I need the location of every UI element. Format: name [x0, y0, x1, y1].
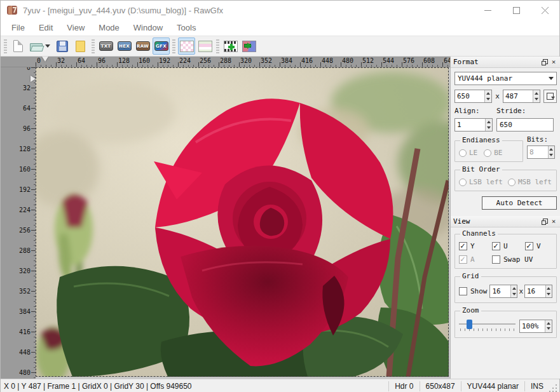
menu-mode[interactable]: Mode [92, 21, 126, 34]
cursor-position-status: X 0 | Y 487 | Frame 1 | GridX 0 | GridY … [1, 382, 388, 391]
grid-group: Grid Show x [454, 276, 557, 303]
radio-icon [459, 149, 467, 157]
toolbar-drag-handle[interactable] [4, 39, 7, 53]
align-up-icon[interactable] [486, 119, 492, 125]
endianess-le-radio[interactable]: LE [459, 149, 477, 157]
vertical-ruler[interactable]: 0326496128160192224256288320352384416448… [1, 67, 36, 379]
height-up-icon[interactable] [533, 90, 540, 97]
stripes-icon [198, 41, 212, 52]
grid-w-down-icon[interactable] [511, 292, 517, 298]
zoom-slider[interactable] [459, 319, 516, 333]
channel-v-checkbox[interactable]: V [525, 242, 541, 250]
vertical-ruler-marker-icon[interactable] [31, 76, 36, 82]
bits-up-icon[interactable] [549, 146, 554, 152]
horizontal-ruler-marker-icon[interactable] [42, 57, 48, 62]
bits-down-icon[interactable] [549, 152, 554, 159]
h-ruler-label: 512 [362, 57, 374, 64]
channel-y-checkbox[interactable]: Y [459, 242, 492, 250]
grid-height-spinner[interactable] [524, 285, 552, 298]
image-canvas[interactable] [36, 67, 450, 379]
checkbox-icon [459, 255, 467, 264]
grid-width-input[interactable] [490, 285, 510, 297]
slider-handle[interactable] [467, 320, 472, 329]
open-dropdown-icon[interactable] [45, 44, 50, 50]
new-file-button[interactable] [10, 37, 27, 55]
width-spinner[interactable] [454, 90, 492, 103]
grid-w-up-icon[interactable] [511, 285, 517, 292]
zoom-input[interactable] [520, 320, 545, 332]
grid-width-spinner[interactable] [489, 285, 517, 298]
pixel-format-select[interactable]: YUV444 planar [454, 72, 557, 85]
menu-view[interactable]: View [60, 21, 92, 34]
h-ruler-label: 96 [98, 57, 106, 64]
height-input[interactable] [503, 90, 533, 102]
align-input[interactable] [455, 119, 485, 131]
grid-show-checkbox[interactable]: Show [459, 287, 489, 295]
toolbar-separator [92, 39, 95, 53]
horizontal-ruler[interactable]: 0326496128160192224256288320352384416448… [36, 57, 450, 67]
height-down-icon[interactable] [533, 97, 540, 103]
add-frame-button[interactable] [222, 37, 239, 55]
insert-mode-status: INS [524, 381, 549, 391]
view-float-button[interactable] [540, 217, 549, 226]
minimize-button[interactable] [474, 1, 502, 20]
width-input[interactable] [455, 90, 484, 102]
format-float-button[interactable] [540, 58, 549, 67]
channel-a-checkbox[interactable]: A [459, 255, 492, 264]
bits-spinner[interactable] [527, 145, 555, 159]
view-panel-titlebar[interactable]: View × [451, 216, 560, 227]
zoom-title: Zoom [460, 306, 481, 314]
width-up-icon[interactable] [485, 90, 491, 97]
resize-grip[interactable] [549, 383, 558, 392]
zoom-spinner[interactable] [519, 320, 552, 333]
h-ruler-label: 256 [200, 57, 211, 64]
stripes-background-button[interactable] [196, 37, 214, 55]
format-panel-titlebar[interactable]: Format × [451, 57, 560, 68]
export-frame-button[interactable] [240, 37, 257, 55]
zoom-down-icon[interactable] [545, 326, 552, 332]
format-close-button[interactable]: × [549, 58, 558, 67]
bit-order-group: Bit Order LSB left MSB left [454, 170, 557, 191]
close-button[interactable] [531, 1, 559, 20]
hex-mode-button[interactable]: HEX [116, 37, 133, 55]
h-ruler-label: 160 [139, 57, 150, 64]
gfx-mode-button[interactable]: GFX [153, 37, 170, 55]
title-bar[interactable]: 7yuv - [meigui_yuv_444.yuv (D:\sumu_blog… [1, 1, 559, 20]
app-icon[interactable] [6, 4, 18, 16]
align-spinner[interactable] [454, 118, 493, 132]
save-button[interactable] [53, 37, 71, 55]
menu-window[interactable]: Window [126, 21, 170, 34]
menu-edit[interactable]: Edit [32, 21, 60, 34]
channel-u-checkbox[interactable]: U [492, 242, 525, 250]
checker-background-button[interactable] [178, 37, 195, 55]
msb-label: MSB left [518, 178, 552, 186]
view-close-button[interactable]: × [549, 217, 558, 226]
width-down-icon[interactable] [485, 97, 491, 103]
msb-left-radio[interactable]: MSB left [508, 178, 552, 186]
endianess-be-radio[interactable]: BE [484, 149, 502, 157]
align-down-icon[interactable] [486, 125, 492, 132]
grid-times-label: x [517, 287, 524, 295]
text-mode-button[interactable]: TXT [97, 37, 114, 55]
h-ruler-label: 448 [322, 57, 333, 64]
height-spinner[interactable] [503, 90, 540, 103]
grid-h-up-icon[interactable] [546, 285, 552, 292]
app-window: 7yuv - [meigui_yuv_444.yuv (D:\sumu_blog… [0, 0, 560, 392]
menu-file[interactable]: File [4, 21, 32, 34]
header-button[interactable] [72, 37, 89, 55]
open-file-button[interactable] [28, 37, 52, 55]
grid-h-down-icon[interactable] [546, 292, 552, 298]
auto-detect-button[interactable]: Auto Detect [482, 196, 557, 210]
view-panel-body: Channels Y U V A Swap UV Grid Show [451, 227, 560, 343]
zoom-up-icon[interactable] [545, 320, 552, 327]
maximize-button[interactable] [502, 1, 531, 20]
bits-input[interactable] [528, 146, 548, 158]
raw-mode-button[interactable]: RAW [134, 37, 151, 55]
swap-uv-checkbox[interactable]: Swap UV [492, 255, 533, 264]
filmstrip-add-icon [224, 41, 238, 52]
size-presets-button[interactable] [543, 90, 557, 103]
lsb-left-radio[interactable]: LSB left [459, 178, 503, 186]
stride-field[interactable]: 650 [496, 118, 554, 132]
menu-tools[interactable]: Tools [170, 21, 203, 34]
grid-height-input[interactable] [525, 285, 545, 297]
